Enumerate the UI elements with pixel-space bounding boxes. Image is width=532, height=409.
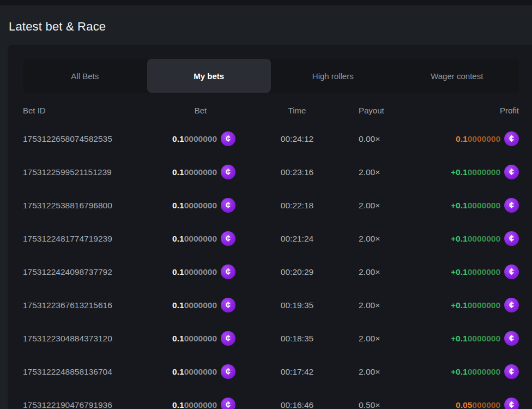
bet-amount: 0.10000000 ¢ [166, 298, 235, 312]
profit-amount-value: +0.10000000 [451, 234, 500, 244]
bet-amount-value: 0.10000000 [172, 167, 217, 177]
currency-coin-icon: ¢ [504, 131, 519, 146]
table-row[interactable]: 1753122599521151239 0.10000000 ¢ 00:23:1… [23, 155, 519, 189]
bet-amount-value: 0.10000000 [172, 300, 217, 310]
bet-id-value: 1753122424098737792 [23, 267, 166, 277]
bet-id-value: 1753122658074582535 [23, 134, 166, 144]
currency-coin-icon: ¢ [221, 264, 235, 279]
tab-label: Wager contest [431, 71, 483, 81]
currency-coin-icon: ¢ [504, 298, 519, 312]
bet-id-value: 1753122367613215616 [23, 300, 166, 310]
profit-amount-value: +0.10000000 [451, 334, 500, 344]
currency-coin-icon: ¢ [221, 165, 235, 179]
currency-coin-icon: ¢ [221, 231, 235, 246]
column-header-bet-id: Bet ID [23, 106, 166, 115]
profit-amount: +0.10000000 ¢ [378, 364, 519, 379]
bet-time-value: 00:18:35 [235, 334, 359, 344]
currency-coin-icon: ¢ [504, 264, 519, 279]
payout-multiplier-value: 2.00× [359, 334, 378, 344]
tab-high-rollers[interactable]: High rollers [271, 59, 395, 93]
tab-label: All Bets [71, 71, 99, 81]
bet-amount-value: 0.10000000 [172, 201, 217, 210]
bet-time-value: 00:24:12 [235, 134, 359, 144]
bet-id-value: 1753122481774719239 [23, 234, 166, 244]
profit-amount: +0.10000000 ¢ [378, 231, 519, 246]
tab-my-bets[interactable]: My bets [147, 59, 271, 93]
profit-amount: +0.10000000 ¢ [378, 298, 519, 312]
table-row[interactable]: 1753122481774719239 0.10000000 ¢ 00:21:2… [23, 222, 519, 255]
currency-coin-icon: ¢ [504, 165, 519, 179]
currency-coin-icon: ¢ [504, 331, 519, 346]
bet-amount-value: 0.10000000 [172, 234, 217, 244]
tab-all-bets[interactable]: All Bets [23, 59, 147, 93]
bet-amount-value: 0.10000000 [172, 334, 217, 344]
profit-amount: +0.10000000 ¢ [378, 331, 519, 346]
payout-multiplier-value: 0.00× [359, 134, 378, 144]
payout-multiplier-value: 2.00× [359, 300, 378, 310]
bets-panel: All Bets My bets High rollers Wager cont… [8, 45, 532, 409]
bet-id-value: 1753122304884373120 [23, 334, 166, 344]
page-title: Latest bet & Race [9, 20, 523, 34]
profit-amount-value: +0.10000000 [451, 367, 500, 377]
bet-id-value: 1753122190476791936 [23, 400, 166, 409]
table-body: 1753122658074582535 0.10000000 ¢ 00:24:1… [23, 122, 519, 409]
column-header-time: Time [235, 106, 359, 115]
payout-multiplier-value: 2.00× [359, 234, 378, 244]
profit-amount-value: 0.05000000 [456, 400, 500, 409]
bet-id-value: 1753122538816796800 [23, 201, 166, 210]
payout-multiplier-value: 2.00× [359, 167, 378, 177]
currency-coin-icon: ¢ [221, 198, 235, 213]
bet-time-value: 00:21:24 [235, 234, 359, 244]
bet-time-value: 00:22:18 [235, 201, 359, 210]
bet-time-value: 00:20:29 [235, 267, 359, 277]
profit-amount: 0.05000000 ¢ [378, 398, 519, 409]
table-row[interactable]: 1753122424098737792 0.10000000 ¢ 00:20:2… [23, 255, 519, 288]
table-row[interactable]: 1753122304884373120 0.10000000 ¢ 00:18:3… [23, 322, 519, 355]
currency-coin-icon: ¢ [504, 231, 519, 246]
column-header-bet: Bet [166, 106, 235, 115]
currency-coin-icon: ¢ [504, 364, 519, 379]
column-header-payout: Payout [359, 106, 378, 115]
bet-amount: 0.10000000 ¢ [166, 231, 235, 246]
table-row[interactable]: 1753122367613215616 0.10000000 ¢ 00:19:3… [23, 288, 519, 322]
payout-multiplier-value: 2.00× [359, 367, 378, 377]
bet-amount: 0.10000000 ¢ [166, 364, 235, 379]
bet-amount: 0.10000000 ¢ [166, 398, 235, 409]
bet-amount: 0.10000000 ¢ [166, 198, 235, 213]
payout-multiplier-value: 0.50× [359, 400, 378, 409]
currency-coin-icon: ¢ [221, 298, 235, 312]
bet-amount: 0.10000000 ¢ [166, 165, 235, 179]
tab-wager-contest[interactable]: Wager contest [395, 59, 519, 93]
currency-coin-icon: ¢ [221, 364, 235, 379]
bet-time-value: 00:17:42 [235, 367, 359, 377]
currency-coin-icon: ¢ [504, 198, 519, 213]
bet-time-value: 00:23:16 [235, 167, 359, 177]
currency-coin-icon: ¢ [221, 331, 235, 346]
table-row[interactable]: 1753122658074582535 0.10000000 ¢ 00:24:1… [23, 122, 519, 155]
profit-amount: +0.10000000 ¢ [378, 198, 519, 213]
currency-coin-icon: ¢ [504, 398, 519, 409]
tab-label: My bets [194, 71, 224, 81]
bet-time-value: 00:19:35 [235, 300, 359, 310]
profit-amount-value: 0.10000000 [456, 134, 500, 144]
bet-amount: 0.10000000 ¢ [166, 331, 235, 346]
table-row[interactable]: 1753122248858136704 0.10000000 ¢ 00:17:4… [23, 355, 519, 388]
profit-amount: 0.10000000 ¢ [378, 131, 519, 146]
bet-amount: 0.10000000 ¢ [166, 264, 235, 279]
profit-amount-value: +0.10000000 [451, 300, 500, 310]
bet-amount-value: 0.10000000 [172, 400, 217, 409]
profit-amount-value: +0.10000000 [451, 267, 500, 277]
tab-label: High rollers [312, 71, 354, 81]
bet-amount-value: 0.10000000 [172, 367, 217, 377]
section-header: Latest bet & Race [0, 5, 532, 45]
table-row[interactable]: 1753122538816796800 0.10000000 ¢ 00:22:1… [23, 189, 519, 222]
top-section-divider [0, 0, 532, 5]
currency-coin-icon: ¢ [221, 131, 235, 146]
profit-amount-value: +0.10000000 [451, 167, 500, 177]
bet-id-value: 1753122599521151239 [23, 167, 166, 177]
bet-amount: 0.10000000 ¢ [166, 131, 235, 146]
table-row[interactable]: 1753122190476791936 0.10000000 ¢ 00:16:4… [23, 388, 519, 409]
bet-amount-value: 0.10000000 [172, 134, 217, 144]
bet-id-value: 1753122248858136704 [23, 367, 166, 377]
profit-amount: +0.10000000 ¢ [378, 165, 519, 179]
